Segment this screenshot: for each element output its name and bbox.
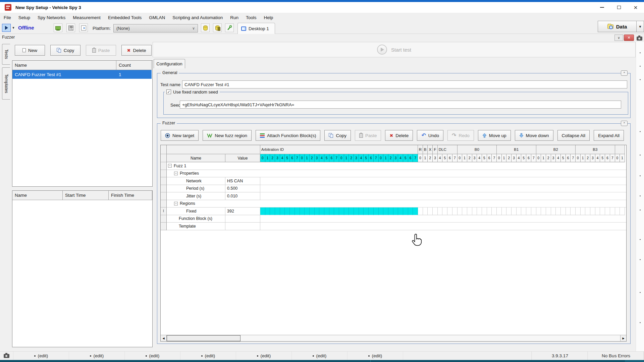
fuzz-bit-cell[interactable]	[344, 207, 349, 215]
grid-row-fuzz-1[interactable]: −Fuzz 1	[161, 162, 626, 170]
empty-bit-cell[interactable]	[521, 207, 526, 215]
row-gutter[interactable]	[161, 192, 167, 200]
row-gutter[interactable]	[161, 200, 167, 208]
test-name-input[interactable]	[182, 80, 627, 88]
fuzz-bit-cell[interactable]	[319, 207, 324, 215]
empty-bit-cell[interactable]	[600, 207, 605, 215]
empty-bit-cell[interactable]	[487, 207, 492, 215]
fuzzer-new-target-button[interactable]: New target	[161, 130, 199, 141]
column-header-count[interactable]: Count	[116, 61, 152, 70]
empty-bit-cell[interactable]	[517, 207, 522, 215]
fuzz-bit-cell[interactable]	[383, 207, 388, 215]
empty-bit-cell[interactable]	[615, 207, 620, 215]
fuzzer-collapse-all-button[interactable]: Collapse All	[557, 130, 590, 141]
scroll-left-button[interactable]: ◀	[161, 335, 167, 341]
fuzzer-delete-button[interactable]: ✖Delete	[385, 130, 413, 141]
fuzz-bit-cell[interactable]	[379, 207, 384, 215]
row-gutter[interactable]	[161, 162, 167, 170]
tests-copy-button[interactable]: Copy	[50, 45, 80, 56]
empty-bit-cell[interactable]	[447, 207, 452, 215]
menu-item-scripting-and-automation[interactable]: Scripting and Automation	[169, 13, 226, 22]
status-edit-segment-4[interactable]: (edit)	[180, 352, 236, 360]
menu-item-spy-networks[interactable]: Spy Networks	[34, 13, 69, 22]
tab-templates[interactable]: Templates	[2, 67, 10, 100]
fuzz-bit-cell[interactable]	[290, 207, 295, 215]
status-edit-segment-1[interactable]: (edit)	[13, 352, 69, 360]
fuzz-bit-cell[interactable]	[270, 207, 275, 215]
fuzz-bit-cell[interactable]	[369, 207, 374, 215]
grid-row-function-block-s[interactable]: Function Block (s)	[161, 215, 626, 223]
fuzz-bit-cell[interactable]	[334, 207, 339, 215]
maximize-button[interactable]	[610, 2, 627, 13]
general-collapse-button[interactable]: ^	[621, 70, 628, 76]
empty-bit-cell[interactable]	[566, 207, 571, 215]
empty-bit-cell[interactable]	[581, 207, 586, 215]
grid-row-network[interactable]: NetworkHS CAN	[161, 177, 626, 185]
database-button[interactable]	[201, 23, 210, 32]
empty-bit-cell[interactable]	[502, 207, 507, 215]
empty-bit-cell[interactable]	[433, 207, 438, 215]
empty-bit-cell[interactable]	[467, 207, 472, 215]
column-header-name[interactable]: Name	[12, 191, 63, 200]
empty-bit-cell[interactable]	[571, 207, 576, 215]
status-edit-segment-5[interactable]: (edit)	[236, 352, 292, 360]
fuzz-bit-cell[interactable]	[324, 207, 329, 215]
empty-bit-cell[interactable]	[492, 207, 497, 215]
fuzz-bit-cell[interactable]	[339, 207, 344, 215]
fuzz-bit-cell[interactable]	[374, 207, 379, 215]
fuzzer-attach-function-block-s-button[interactable]: Attach Function Block(s)	[256, 130, 320, 141]
row-gutter[interactable]	[161, 215, 167, 223]
fuzz-bit-cell[interactable]	[315, 207, 320, 215]
scroll-right-button[interactable]: ▶	[620, 335, 626, 341]
column-header-finish-time[interactable]: Finish Time	[109, 191, 152, 200]
fuzzer-undo-button[interactable]: ↶Undo	[417, 130, 443, 141]
scrollbar-thumb[interactable]	[167, 335, 240, 341]
menu-item-run[interactable]: Run	[226, 13, 242, 22]
grid-row-jitter-s[interactable]: Jitter (s)0.010	[161, 192, 626, 200]
tab-tests[interactable]: Tests	[2, 44, 10, 65]
empty-bit-cell[interactable]	[512, 207, 517, 215]
fuzzer-move-up-button[interactable]: Move up	[478, 130, 511, 141]
fuzz-bit-cell[interactable]	[265, 207, 270, 215]
fuzz-bit-cell[interactable]	[349, 207, 354, 215]
fuzz-bit-cell[interactable]	[310, 207, 315, 215]
empty-bit-cell[interactable]	[610, 207, 615, 215]
fuzz-bit-cell[interactable]	[388, 207, 393, 215]
status-edit-segment-7[interactable]: (edit)	[347, 352, 403, 360]
empty-bit-cell[interactable]	[477, 207, 482, 215]
fuzz-bit-cell[interactable]	[359, 207, 364, 215]
row-gutter[interactable]	[161, 185, 167, 193]
horizontal-scrollbar[interactable]: ◀▶	[161, 335, 626, 341]
data-button[interactable]: Data	[598, 21, 637, 32]
empty-bit-cell[interactable]	[526, 207, 531, 215]
menu-item-help[interactable]: Help	[260, 13, 277, 22]
fuzzer-copy-button[interactable]: Copy	[324, 130, 351, 141]
grid-row-period-s[interactable]: Period (s)0.500	[161, 185, 626, 193]
snapshot-icon[interactable]	[637, 37, 642, 41]
empty-bit-cell[interactable]	[462, 207, 467, 215]
empty-bit-cell[interactable]	[472, 207, 477, 215]
fuzz-bit-cell[interactable]	[300, 207, 305, 215]
grid-row-regions[interactable]: −Regions	[161, 200, 626, 208]
fuzzer-collapse-button[interactable]: ^	[621, 121, 628, 126]
status-edit-segment-2[interactable]: (edit)	[69, 352, 125, 360]
tests-delete-button[interactable]: ✖Delete	[121, 45, 152, 56]
empty-bit-cell[interactable]	[556, 207, 561, 215]
fuzz-bit-cell[interactable]	[403, 207, 408, 215]
hardware-button[interactable]	[54, 23, 62, 32]
collapse-toggle-icon[interactable]: −	[174, 202, 178, 205]
fuzz-bit-cell[interactable]	[364, 207, 369, 215]
platform-select[interactable]: (None) ∨	[113, 24, 198, 33]
column-header-name[interactable]: Name	[12, 61, 116, 70]
empty-bit-cell[interactable]	[423, 207, 428, 215]
empty-bit-cell[interactable]	[442, 207, 447, 215]
menu-item-measurement[interactable]: Measurement	[69, 13, 104, 22]
menu-item-file[interactable]: File	[0, 13, 15, 22]
empty-bit-cell[interactable]	[541, 207, 546, 215]
empty-bit-cell[interactable]	[497, 207, 502, 215]
minimize-button[interactable]	[594, 2, 610, 13]
data-dropdown[interactable]: ▼	[637, 21, 644, 32]
menu-item-setup[interactable]: Setup	[15, 13, 34, 22]
fuzz-bit-cell[interactable]	[413, 207, 418, 215]
go-online-dropdown[interactable]: ▼	[11, 24, 16, 32]
